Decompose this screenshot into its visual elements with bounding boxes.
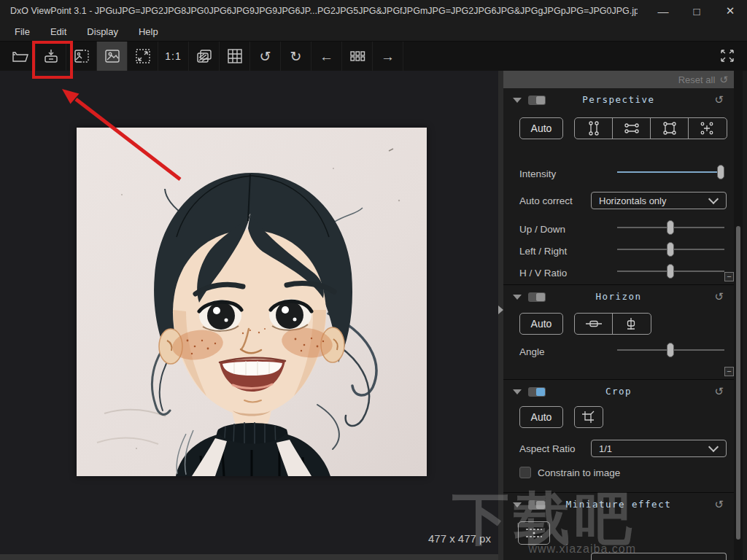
horizon-collapse-button[interactable]: − (724, 367, 734, 376)
fullscreen-button[interactable] (718, 47, 737, 65)
horizon-title: Horizon (503, 291, 734, 302)
auto-correct-dropdown[interactable]: Horizontals only (591, 192, 727, 209)
panel-scrollbar-thumb[interactable] (736, 226, 740, 540)
intensity-slider-handle[interactable] (717, 165, 724, 179)
horizon-tools (574, 313, 651, 335)
vertical-level-icon (624, 316, 638, 331)
horizontal-parallels-icon (623, 120, 640, 137)
perspective-reset-icon[interactable]: ↺ (714, 93, 724, 106)
force-parallel-tool-button[interactable] (689, 118, 725, 139)
perspective-collapse-button[interactable]: − (724, 272, 734, 281)
perspective-tools (574, 117, 727, 139)
miniature-tool-button[interactable] (518, 521, 550, 545)
miniature-title: Miniature effect (503, 499, 734, 510)
auto-correct-value: Horizontals only (592, 195, 710, 206)
title-bar: DxO ViewPoint 3.1 - JPGuJPG=JPG2JPG8JPG0… (0, 0, 747, 22)
arrow-right-icon: → (381, 50, 395, 63)
copy-settings-icon (196, 49, 212, 63)
constrain-to-image-label: Constrain to image (538, 467, 620, 478)
previous-image-button[interactable]: ← (311, 42, 342, 71)
close-icon[interactable]: ✕ (713, 0, 747, 22)
menu-edit[interactable]: Edit (40, 26, 77, 37)
copy-settings-button[interactable] (189, 42, 220, 71)
up-down-slider-handle[interactable] (667, 220, 674, 235)
horizon-auto-button[interactable]: Auto (519, 313, 563, 335)
toolbar: 1:1 ↺ ↻ ← (0, 42, 747, 71)
horizon-reset-icon[interactable]: ↺ (714, 290, 724, 303)
horizon-level-tool-button[interactable] (575, 314, 613, 334)
miniature-partial-dropdown[interactable] (591, 553, 727, 560)
section-crop: Crop ↺ Auto Aspect Ratio 1/1 Constrain t… (503, 379, 734, 492)
fullscreen-icon (719, 49, 735, 63)
zoom-ratio-button[interactable]: 1:1 (158, 42, 189, 71)
auto-correct-label: Auto correct (519, 195, 573, 206)
left-right-slider[interactable] (617, 242, 724, 257)
menu-bar: File Edit Display Help (0, 22, 747, 42)
status-strip (0, 554, 503, 560)
perspective-header: Perspective ↺ (503, 93, 734, 108)
open-folder-button[interactable] (5, 42, 36, 71)
miniature-header: Miniature effect ↺ (503, 498, 734, 513)
grid-button[interactable] (220, 42, 250, 71)
vertical-parallels-icon (585, 120, 603, 137)
crop-tool-button[interactable] (575, 407, 601, 427)
intensity-slider[interactable] (617, 165, 724, 179)
open-folder-icon (12, 48, 29, 64)
hv-ratio-slider[interactable] (617, 264, 724, 279)
force-rectangle-tool-button[interactable] (651, 118, 689, 139)
thumbnails-button[interactable] (342, 42, 373, 71)
image-view-button[interactable] (97, 42, 128, 71)
angle-slider-handle[interactable] (667, 343, 674, 357)
crop-title: Crop (503, 386, 734, 397)
angle-slider[interactable] (617, 343, 724, 357)
image-canvas[interactable]: 477 x 477 px (0, 71, 498, 554)
section-horizon: Horizon ↺ Auto Angle − (503, 284, 734, 379)
panel-divider[interactable] (498, 71, 503, 560)
photo-preview[interactable] (77, 128, 427, 476)
next-image-button[interactable]: → (373, 42, 403, 71)
crop-auto-button[interactable]: Auto (519, 406, 563, 428)
rectangle-corners-icon (661, 120, 678, 137)
arrow-left-icon: ← (320, 50, 333, 63)
minimize-icon[interactable]: — (646, 0, 680, 22)
zoom-ratio-label: 1:1 (165, 50, 181, 62)
horizontal-level-icon (584, 318, 603, 330)
reset-all-label: Reset all (678, 74, 716, 85)
up-down-label: Up / Down (519, 224, 565, 235)
crop-header: Crop ↺ (503, 385, 734, 400)
adjustments-panel: Reset all ↺ Perspective ↺ Auto (503, 71, 747, 560)
rotate-ccw-icon: ↺ (260, 50, 271, 63)
rotate-cw-icon: ↻ (290, 50, 302, 63)
aspect-ratio-dropdown[interactable]: 1/1 (591, 440, 727, 457)
aspect-ratio-value: 1/1 (592, 443, 710, 454)
rotate-cw-button[interactable]: ↻ (281, 42, 311, 71)
window-controls: — □ ✕ (646, 0, 747, 22)
menu-help[interactable]: Help (128, 26, 169, 37)
vertical-level-tool-button[interactable] (613, 314, 649, 334)
up-down-slider[interactable] (617, 220, 724, 235)
portrait-illustration (77, 128, 427, 476)
crop-reset-icon[interactable]: ↺ (714, 385, 724, 398)
menu-display[interactable]: Display (77, 26, 128, 37)
annotation-highlight-rect (32, 41, 73, 79)
left-right-label: Left / Right (519, 246, 567, 257)
intensity-label: Intensity (519, 168, 556, 179)
panel-collapse-icon[interactable] (498, 306, 503, 314)
maximize-icon[interactable]: □ (680, 0, 713, 22)
rotate-ccw-button[interactable]: ↺ (250, 42, 281, 71)
reset-all-undo-icon: ↺ (719, 74, 728, 85)
left-right-slider-handle[interactable] (667, 242, 674, 257)
chevron-down-icon (708, 442, 719, 452)
aspect-ratio-label: Aspect Ratio (519, 443, 576, 454)
menu-file[interactable]: File (0, 26, 40, 37)
constrain-to-image-checkbox[interactable] (519, 467, 531, 478)
miniature-reset-icon[interactable]: ↺ (714, 498, 724, 511)
force-horizontal-tool-button[interactable] (613, 118, 651, 139)
fit-screen-button[interactable] (128, 42, 158, 71)
compare-icon (74, 49, 90, 63)
force-vertical-tool-button[interactable] (575, 118, 613, 139)
perspective-auto-button[interactable]: Auto (519, 117, 563, 139)
reset-all-bar[interactable]: Reset all ↺ (503, 71, 735, 88)
hv-ratio-slider-handle[interactable] (667, 264, 674, 279)
panel-scrollbar[interactable] (734, 71, 743, 560)
